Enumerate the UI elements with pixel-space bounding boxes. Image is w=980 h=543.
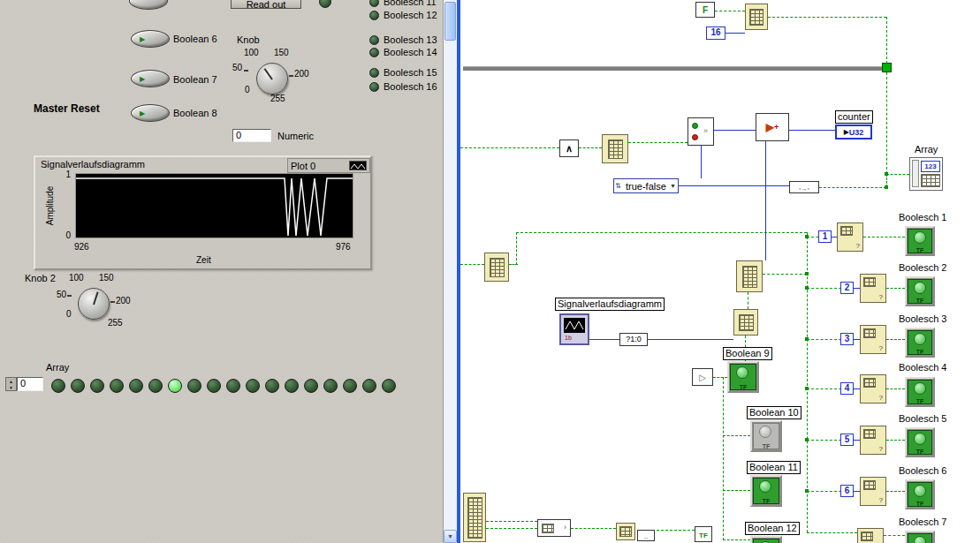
boolean10-label: Boolean 10 xyxy=(747,406,801,419)
array-led xyxy=(51,379,65,393)
index-constant[interactable]: 3 xyxy=(840,333,854,345)
spinner-down-icon[interactable]: ▼ xyxy=(9,385,13,390)
counter-u32-indicator[interactable]: ▶ U32 xyxy=(835,124,872,140)
array-subset-node[interactable]: › xyxy=(537,519,571,537)
select-node[interactable]: » xyxy=(688,117,714,146)
wire xyxy=(854,491,860,492)
enum-constant-true-false[interactable]: ⇅ true-false ▼ xyxy=(613,178,679,193)
wire xyxy=(886,440,905,441)
boolean11-terminal[interactable]: TF xyxy=(750,475,782,507)
mini-chart-icon xyxy=(564,318,585,333)
build-array-node[interactable] xyxy=(733,309,758,336)
boolean6-button[interactable]: ▶ xyxy=(131,30,170,48)
index-array-node[interactable]: ? xyxy=(860,325,886,354)
tf-glyph: TF xyxy=(907,298,933,305)
array-123-icon: 123 xyxy=(921,161,940,172)
knob2-tick: 255 xyxy=(108,318,123,328)
label-text: Boolean 10 xyxy=(749,407,799,418)
array-led xyxy=(382,379,396,393)
index-array-node[interactable] xyxy=(616,523,635,540)
wire xyxy=(516,232,517,265)
boolesch2-terminal[interactable]: TF xyxy=(905,276,935,306)
read-out-button[interactable]: Read out xyxy=(231,0,301,9)
small-node[interactable]: ‥ xyxy=(637,530,655,541)
tf-terminal-node[interactable]: TF xyxy=(695,526,712,542)
knob1[interactable] xyxy=(256,63,288,94)
tf-glyph: TF xyxy=(752,443,780,450)
increment-node[interactable]: ▶ + xyxy=(756,113,789,141)
vertical-scrollbar[interactable] xyxy=(444,0,457,543)
arrow-right-icon: ▶ xyxy=(766,121,774,133)
spinner-up-icon[interactable]: ▲ xyxy=(9,379,13,384)
array-led xyxy=(362,379,376,393)
tf-glyph: TF xyxy=(907,247,933,254)
numeric-input[interactable]: 0 xyxy=(232,129,271,142)
chart-legend[interactable]: Plot 0 xyxy=(287,158,370,173)
wire xyxy=(460,264,484,265)
boolesch7-terminal[interactable]: TF xyxy=(905,531,935,543)
label-text: Boolean 11 xyxy=(749,462,798,472)
build-array-node[interactable] xyxy=(484,253,509,282)
counter-label: counter xyxy=(835,110,873,124)
scrollbar-thumb[interactable] xyxy=(444,2,456,41)
index-array-node[interactable]: ? xyxy=(860,426,886,455)
index-constant[interactable]: 2 xyxy=(840,282,854,294)
boolean10-terminal[interactable]: TF xyxy=(750,420,782,452)
constant-value: 6 xyxy=(845,486,850,495)
boolesch15-label: Boolesch 15 xyxy=(384,67,437,78)
array-index-spinner[interactable]: ▲ ▼ xyxy=(5,377,17,391)
array-indicator-terminal[interactable]: 123 xyxy=(909,157,943,191)
index-constant[interactable]: 4 xyxy=(840,382,854,395)
increment-node[interactable]: ▷ xyxy=(692,368,713,386)
boolesch4-terminal[interactable]: TF xyxy=(905,377,935,407)
wire-junction xyxy=(805,272,809,275)
knob2[interactable] xyxy=(78,288,110,320)
index-constant[interactable]: 1 xyxy=(818,230,832,243)
select-ternary-node[interactable]: ?1:0 xyxy=(619,333,648,346)
boolean-false-node[interactable]: F xyxy=(695,2,715,18)
boolesch5-terminal[interactable]: TF xyxy=(905,427,935,457)
index-array-node[interactable]: ? xyxy=(837,222,863,252)
knob2-tick: 0 xyxy=(66,309,72,320)
front-panel xyxy=(0,0,444,543)
knob1-tickmark xyxy=(289,75,293,77)
boolean9-terminal[interactable]: TF xyxy=(727,361,759,393)
boolesch11-label: Boolesch 11 xyxy=(384,0,437,7)
and-node[interactable]: ∧ xyxy=(559,140,579,157)
reshape-array-node[interactable]: ▫→▫ xyxy=(789,181,819,193)
legend-text: Plot 0 xyxy=(291,161,315,171)
boolean8-button[interactable]: ▶ xyxy=(131,104,170,122)
index-array-node[interactable]: ? xyxy=(860,374,886,403)
build-array-node[interactable] xyxy=(602,134,628,163)
chart-terminal[interactable]: 1b xyxy=(559,313,589,345)
array-indicator-label: Array xyxy=(915,144,938,155)
array-constant-node[interactable] xyxy=(463,493,486,542)
boolean-tunnel[interactable] xyxy=(882,63,892,72)
index-constant[interactable]: 6 xyxy=(840,485,854,497)
wire xyxy=(679,185,789,186)
build-array-node[interactable] xyxy=(745,4,768,30)
boolean7-button[interactable]: ▶ xyxy=(131,70,170,87)
boolesch1-terminal[interactable]: TF xyxy=(905,226,935,256)
wire xyxy=(886,388,905,389)
array-led xyxy=(343,379,357,393)
index-constant[interactable]: 5 xyxy=(840,434,854,446)
build-array-node[interactable] xyxy=(736,260,763,292)
boolean6-label: Boolean 6 xyxy=(173,34,217,44)
array-index-input[interactable]: 0 xyxy=(17,377,43,391)
boolean12-terminal[interactable]: TF xyxy=(750,536,782,543)
structure-border xyxy=(463,66,890,71)
dropdown-icon: ▼ xyxy=(670,183,678,189)
question-icon: ? xyxy=(879,394,883,402)
array-led xyxy=(71,379,85,393)
boolesch3-terminal[interactable]: TF xyxy=(905,328,935,358)
wire xyxy=(765,141,766,260)
scrollbar-down-button[interactable]: ▼ xyxy=(444,530,457,543)
index-array-node[interactable]: ? xyxy=(860,274,886,303)
numeric-constant-16[interactable]: 16 xyxy=(706,26,726,40)
boolesch6-terminal[interactable]: TF xyxy=(905,479,935,509)
index-array-node[interactable]: ? xyxy=(857,528,884,543)
wire xyxy=(807,532,857,533)
index-array-node[interactable]: ? xyxy=(860,477,886,506)
wire xyxy=(886,491,905,492)
